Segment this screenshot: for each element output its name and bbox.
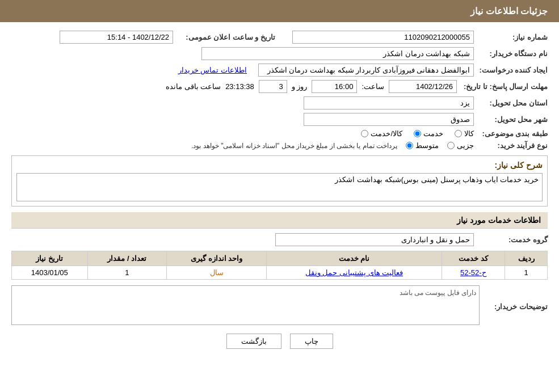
cell-unit-0: سال (167, 266, 267, 280)
purchase-type-group: جزیی متوسط پرداخت تمام یا بخشی از مبلغ خ… (191, 141, 474, 150)
need-description-header: شرح کلی نیاز: (16, 161, 543, 170)
cell-qty-0: 1 (87, 266, 167, 280)
col-header-qty: تعداد / مقدار (87, 251, 167, 266)
page-container: جزئیات اطلاعات نیاز شماره نیاز: 11020902… (0, 0, 559, 392)
category-option-kala[interactable]: کالا (455, 129, 474, 138)
reply-time-label: ساعت: (362, 82, 384, 91)
service-group-label: گروه خدمت: (474, 235, 548, 244)
announce-datetime-label: تاریخ و ساعت اعلان عمومی: (173, 33, 275, 41)
purchase-mota-label: متوسط (415, 141, 439, 150)
need-description-section-title: شرح کلی نیاز: (495, 161, 543, 170)
print-button[interactable]: چاپ (290, 334, 333, 349)
purchase-jozi-radio[interactable] (447, 142, 455, 149)
services-section: اطلاعات خدمات مورد نیاز گروه خدمت: حمل و… (11, 212, 548, 280)
services-section-title: اطلاعات خدمات مورد نیاز (11, 212, 548, 229)
contact-link[interactable]: اطلاعات تماس خریدار (178, 66, 247, 74)
buyer-desc-value: دارای فایل پیوست می باشد (11, 285, 480, 325)
need-description-value: خرید خدمات ایاب وذهاب پرسنل (مینی بوس)شب… (16, 173, 543, 201)
city-value: صدوق (304, 113, 474, 126)
service-group-row: گروه خدمت: حمل و نقل و انبارداری (11, 233, 548, 246)
requester-value: ابوالفضل دهقانی فیروزآبادی کاربردار شبکه… (258, 64, 474, 77)
general-info-section: شماره نیاز: 1102090212000055 تاریخ و ساع… (11, 31, 548, 206)
need-number-row: شماره نیاز: 1102090212000055 تاریخ و ساع… (11, 31, 548, 44)
announce-datetime-value: 1402/12/22 - 15:14 (60, 31, 173, 44)
reply-deadline-row: مهلت ارسال پاسخ: تا تاریخ: 1402/12/26 سا… (11, 80, 548, 93)
col-header-name: نام خدمت (267, 251, 442, 266)
category-kala-khedmat-radio[interactable] (361, 130, 368, 137)
province-row: استان محل تحویل: یزد (11, 96, 548, 109)
buyer-org-row: نام دستگاه خریدار: شبکه بهداشت درمان اشک… (11, 47, 548, 60)
page-header: جزئیات اطلاعات نیاز (0, 0, 559, 22)
purchase-type-row: نوع فرآیند خرید: جزیی متوسط پرداخت تمام … (11, 141, 548, 150)
buyer-desc-label: توضیحات خریدار: (480, 300, 548, 311)
buyer-desc-box: دارای فایل پیوست می باشد (11, 285, 480, 325)
category-label: طبقه بندی موضوعی: (474, 129, 548, 138)
cell-date-0: 1403/01/05 (12, 266, 88, 280)
reply-remaining-label: ساعت باقی مانده (166, 82, 221, 91)
purchase-type-label: نوع فرآیند خرید: (474, 141, 548, 150)
table-row: 1 ح-52-52 فعالیت های پشتیبانی حمل ونقل س… (12, 266, 548, 280)
need-number-label: شماره نیاز: (474, 33, 548, 41)
header-title: جزئیات اطلاعات نیاز (470, 6, 548, 16)
purchase-type-mota[interactable]: متوسط (406, 141, 439, 150)
reply-remaining-value: 23:13:38 (225, 82, 254, 91)
cell-code-0[interactable]: ح-52-52 (442, 266, 505, 280)
purchase-jozi-label: جزیی (457, 141, 474, 150)
category-row: طبقه بندی موضوعی: کالا خدمت کالا/خدمت (11, 129, 548, 138)
city-row: شهر محل تحویل: صدوق (11, 113, 548, 126)
category-option-kala-khedmat[interactable]: کالا/خدمت (361, 129, 402, 138)
requester-row: ایجاد کننده درخواست: ابوالفضل دهقانی فیر… (11, 64, 548, 77)
category-khedmat-label: خدمت (423, 129, 443, 138)
category-option-khedmat[interactable]: خدمت (414, 129, 443, 138)
category-khedmat-radio[interactable] (414, 130, 421, 137)
reply-deadline-label: مهلت ارسال پاسخ: تا تاریخ: (457, 82, 548, 91)
province-value: یزد (304, 96, 474, 109)
purchase-note: پرداخت تمام یا بخشی از مبلغ خریداز محل "… (191, 142, 397, 150)
purchase-mota-radio[interactable] (406, 142, 413, 149)
need-number-value: 1102090212000055 (292, 31, 474, 44)
service-group-value: حمل و نقل و انبارداری (275, 233, 474, 246)
back-button[interactable]: بازگشت (226, 334, 281, 349)
province-label: استان محل تحویل: (474, 99, 548, 107)
cell-name-0[interactable]: فعالیت های پشتیبانی حمل ونقل (267, 266, 442, 280)
buyer-desc-row: توضیحات خریدار: دارای فایل پیوست می باشد (11, 285, 548, 325)
city-label: شهر محل تحویل: (474, 115, 548, 124)
buyer-org-value: شبکه بهداشت درمان اشکذر (201, 47, 474, 60)
services-table: ردیف کد خدمت نام خدمت واحد اندازه گیری ت… (11, 251, 548, 280)
col-header-unit: واحد اندازه گیری (167, 251, 267, 266)
category-radio-group: کالا خدمت کالا/خدمت (361, 129, 474, 138)
cell-row-0: 1 (505, 266, 548, 280)
reply-date: 1402/12/26 (389, 80, 457, 93)
main-content: شماره نیاز: 1102090212000055 تاریخ و ساع… (0, 22, 559, 363)
table-header-row: ردیف کد خدمت نام خدمت واحد اندازه گیری ت… (12, 251, 548, 266)
buyer-desc-section: توضیحات خریدار: دارای فایل پیوست می باشد (11, 285, 548, 325)
reply-days-label: روز و (292, 82, 308, 91)
col-header-row: ردیف (505, 251, 548, 266)
category-kala-label: کالا (464, 129, 474, 138)
button-row: چاپ بازگشت (11, 334, 548, 349)
buyer-org-label: نام دستگاه خریدار: (474, 49, 548, 58)
requester-label: ایجاد کننده درخواست: (474, 66, 548, 74)
reply-time: 16:00 (312, 80, 357, 93)
need-description-section: شرح کلی نیاز: خرید خدمات ایاب وذهاب پرسن… (11, 155, 548, 206)
reply-days: 3 (259, 80, 287, 93)
col-header-date: تاریخ نیاز (12, 251, 88, 266)
col-header-code: کد خدمت (442, 251, 505, 266)
category-kala-khedmat-label: کالا/خدمت (371, 129, 402, 138)
purchase-type-jozi[interactable]: جزیی (447, 141, 474, 150)
category-kala-radio[interactable] (455, 130, 462, 137)
